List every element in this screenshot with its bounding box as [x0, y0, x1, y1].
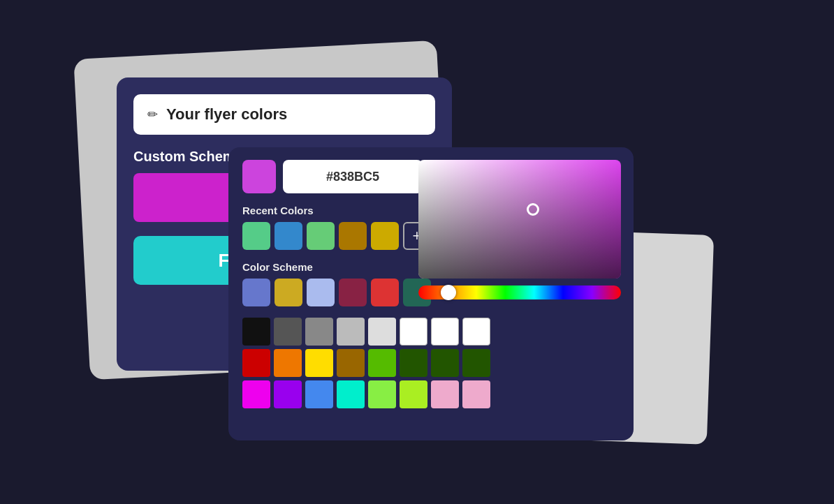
grid-swatch-black[interactable] [242, 318, 270, 346]
scheme-swatch-5[interactable] [371, 279, 399, 306]
grid-swatch-white2[interactable] [431, 318, 459, 346]
grid-swatch-white[interactable] [400, 318, 427, 346]
gradient-handle[interactable] [527, 203, 539, 216]
scheme-swatch-4[interactable] [339, 279, 367, 306]
color-gradient-panel[interactable] [418, 160, 621, 279]
flyer-header: ✏ Your flyer colors [133, 94, 435, 135]
grid-swatch-gray[interactable] [305, 318, 333, 346]
hue-slider[interactable] [418, 286, 621, 299]
grid-swatch-dark-green3[interactable] [462, 349, 490, 377]
grid-swatch-cyan[interactable] [337, 380, 365, 408]
recent-swatch-4[interactable] [339, 222, 367, 250]
grid-swatch-light-gray[interactable] [337, 318, 365, 346]
recent-swatch-3[interactable] [307, 222, 335, 250]
grid-swatch-magenta[interactable] [242, 380, 270, 408]
grid-swatch-white3[interactable] [462, 318, 490, 346]
grid-swatch-blue[interactable] [305, 380, 333, 408]
color-preview-swatch[interactable] [242, 160, 276, 193]
grid-swatch-green[interactable] [368, 349, 396, 377]
grid-swatch-red[interactable] [242, 349, 270, 377]
flyer-header-title: Your flyer colors [166, 105, 287, 124]
grid-swatch-brown[interactable] [337, 349, 365, 377]
grid-swatch-lime[interactable] [368, 380, 396, 408]
recent-swatch-1[interactable] [242, 222, 270, 250]
grid-swatch-orange[interactable] [274, 349, 302, 377]
color-grid [242, 318, 620, 408]
color-picker-card: Recent Colors + Color Scheme [228, 147, 634, 440]
grid-swatch-yellow[interactable] [305, 349, 333, 377]
grid-swatch-light-pink[interactable] [462, 380, 490, 408]
recent-swatch-5[interactable] [371, 222, 399, 250]
grid-swatch-dark-green2[interactable] [431, 349, 459, 377]
grid-swatch-very-light-gray[interactable] [368, 318, 396, 346]
pencil-icon: ✏ [147, 107, 158, 122]
grid-swatch-purple[interactable] [274, 380, 302, 408]
grid-swatch-dark-green[interactable] [400, 349, 427, 377]
grid-swatch-pink[interactable] [431, 380, 459, 408]
scheme-swatch-3[interactable] [307, 279, 335, 306]
recent-swatch-2[interactable] [275, 222, 302, 250]
hex-input[interactable] [283, 160, 423, 193]
grid-swatch-yellow-green[interactable] [400, 380, 427, 408]
scheme-swatch-2[interactable] [275, 279, 302, 306]
hue-slider-handle[interactable] [441, 285, 456, 300]
grid-swatch-dark-gray[interactable] [274, 318, 302, 346]
scheme-swatch-1[interactable] [242, 279, 270, 306]
